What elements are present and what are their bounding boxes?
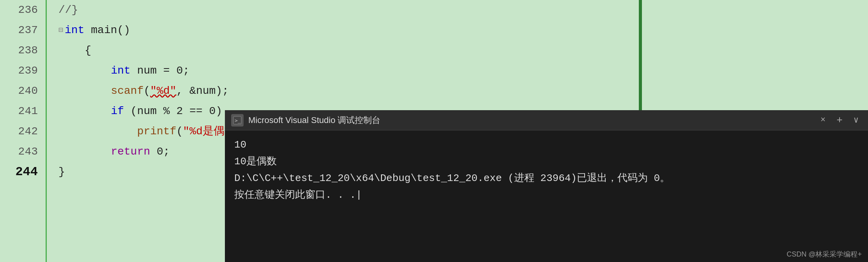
code-token-if: if [111,103,124,120]
code-token-paren: ( [143,83,150,100]
collapse-icon[interactable]: ⊟ [58,24,63,37]
code-token-zero: 0; [150,143,170,161]
terminal-line-3: D:\C\C++\test_12_20\x64\Debug\test_12_20… [234,170,859,187]
line-num-240: 240 [0,81,38,101]
code-token-numvar: num = 0; [131,62,189,80]
code-indent [58,83,111,100]
code-line-236: //} [58,0,868,20]
line-num-241: 241 [0,101,38,121]
code-token: //} [58,2,78,19]
code-token-brace: } [58,164,65,181]
code-token-printf: printf [137,123,177,141]
terminal-close-button[interactable]: × [817,114,829,127]
code-indent [58,62,111,80]
svg-text:>_: >_ [235,118,241,123]
terminal-panel-icon: >_ [231,114,244,127]
line-num-236: 236 [0,0,38,20]
code-token-fmt: "%d" [150,83,176,100]
line-num-239: 239 [0,61,38,81]
code-token-scanf: scanf [111,83,143,100]
code-token-int2: int [111,62,130,80]
line-num-237: 237 [0,20,38,40]
code-line-240: scanf ( "%d" , &num); [58,81,868,101]
code-token-cond: (num % 2 == 0) [124,103,222,120]
code-line-237: ⊟ int main() [58,20,868,40]
editor-area: 236 237 238 239 240 241 242 243 244 //} … [0,0,868,262]
line-num-244: 244 [0,162,38,182]
code-token-paren2: ( [176,123,183,141]
terminal-line-2: 10是偶数 [234,153,859,170]
line-num-242: 242 [0,121,38,142]
code-token: { [58,42,91,60]
code-line-238: { [58,40,868,61]
code-token-args: , &num); [176,83,228,100]
code-token-int: int [65,22,84,39]
terminal-add-button[interactable]: + [833,113,846,128]
line-num-243: 243 [0,142,38,162]
code-indent [58,143,111,161]
code-indent [58,103,111,120]
line-numbers: 236 237 238 239 240 241 242 243 244 [0,0,47,262]
terminal-panel[interactable]: >_ Microsoft Visual Studio 调试控制台 × + ∨ 1… [225,110,868,262]
terminal-titlebar: >_ Microsoft Visual Studio 调试控制台 × + ∨ [225,110,868,130]
terminal-title: Microsoft Visual Studio 调试控制台 [248,114,813,126]
terminal-line-1: 10 [234,137,859,153]
watermark: CSDN @林采采学编程+ [787,250,862,259]
code-line-239: int num = 0; [58,61,868,81]
terminal-chevron-button[interactable]: ∨ [850,113,862,127]
terminal-body[interactable]: 10 10是偶数 D:\C\C++\test_12_20\x64\Debug\t… [225,130,868,262]
code-token-main: main() [84,22,130,39]
terminal-line-4: 按任意键关闭此窗口. . .| [234,187,859,204]
code-token-return: return [111,143,150,161]
code-indent [58,123,137,141]
line-num-238: 238 [0,40,38,61]
